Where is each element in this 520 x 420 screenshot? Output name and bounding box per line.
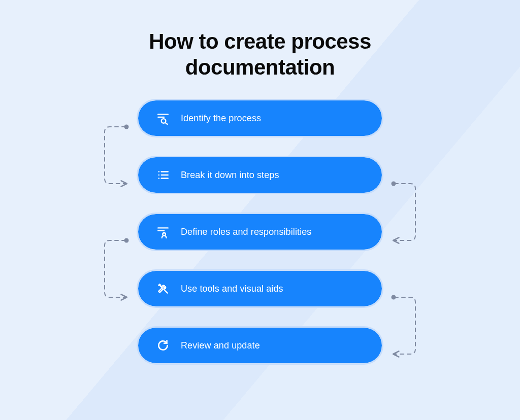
- svg-line-18: [165, 291, 167, 293]
- step-label: Identify the process: [181, 113, 261, 124]
- person-lines-icon: [156, 225, 170, 238]
- title-line-1: How to create processdocumentation: [149, 29, 371, 79]
- steps-list: Identify the process Break it down into …: [0, 100, 520, 363]
- step-use-tools: Use tools and visual aids: [138, 271, 382, 306]
- svg-point-12: [158, 178, 160, 180]
- tools-icon: [156, 282, 170, 295]
- step-define-roles: Define roles and responsibilities: [138, 214, 382, 250]
- svg-point-10: [158, 174, 160, 176]
- diagram-container: How to create processdocumentation Ident…: [0, 0, 520, 420]
- step-label: Use tools and visual aids: [181, 284, 283, 294]
- svg-point-8: [158, 171, 160, 173]
- search-lines-icon: [156, 112, 170, 125]
- page-title: How to create processdocumentation: [149, 28, 371, 80]
- list-icon: [156, 168, 170, 182]
- step-identify-process: Identify the process: [138, 100, 382, 136]
- step-label: Break it down into steps: [181, 170, 279, 181]
- step-review-update: Review and update: [138, 328, 382, 363]
- step-label: Define roles and responsibilities: [181, 227, 311, 237]
- refresh-icon: [156, 339, 170, 352]
- step-label: Review and update: [181, 340, 260, 351]
- svg-line-7: [166, 123, 168, 124]
- step-break-down: Break it down into steps: [138, 157, 382, 193]
